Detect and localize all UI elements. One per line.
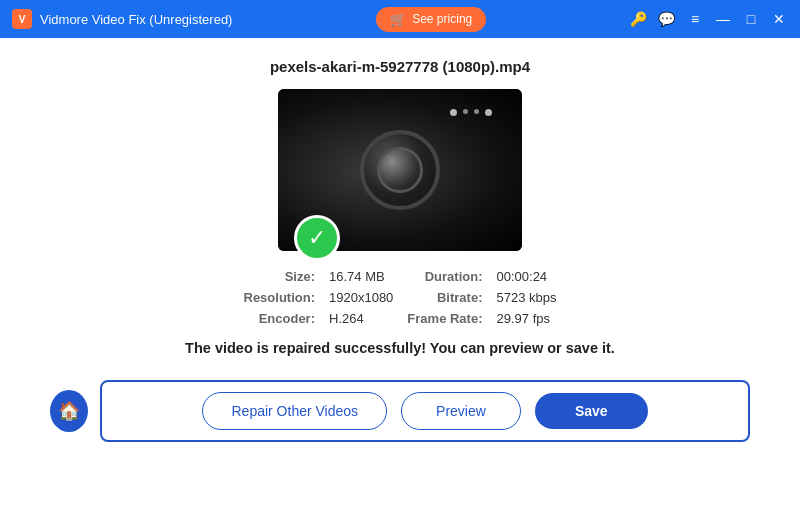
title-bar-left: V Vidmore Video Fix (Unregistered) (12, 9, 232, 29)
metadata-grid: Size: 16.74 MB Duration: 00:00:24 Resolu… (244, 269, 557, 326)
title-bar: V Vidmore Video Fix (Unregistered) 🛒 See… (0, 0, 800, 38)
video-preview-container: ✓ (278, 89, 522, 251)
cart-icon: 🛒 (390, 12, 406, 27)
chat-icon[interactable]: 💬 (658, 11, 676, 27)
resolution-value: 1920x1080 (329, 290, 393, 305)
preview-button[interactable]: Preview (401, 392, 521, 430)
success-badge: ✓ (294, 215, 340, 261)
dot-2 (463, 109, 468, 114)
size-label: Size: (244, 269, 316, 284)
bitrate-value: 5723 kbps (496, 290, 556, 305)
duration-value: 00:00:24 (496, 269, 556, 284)
encoder-label: Encoder: (244, 311, 316, 326)
home-button[interactable]: 🏠 (50, 390, 88, 432)
size-value: 16.74 MB (329, 269, 393, 284)
key-icon[interactable]: 🔑 (630, 11, 648, 27)
check-icon: ✓ (308, 227, 326, 249)
action-bar: Repair Other Videos Preview Save (100, 380, 750, 442)
video-dots (450, 109, 492, 116)
repair-other-button[interactable]: Repair Other Videos (202, 392, 387, 430)
title-bar-controls: 🔑 💬 ≡ — □ ✕ (630, 11, 788, 27)
bottom-row: 🏠 Repair Other Videos Preview Save (20, 372, 780, 442)
video-filename: pexels-akari-m-5927778 (1080p).mp4 (270, 58, 530, 75)
success-message: The video is repaired successfully! You … (185, 340, 615, 356)
pricing-button[interactable]: 🛒 See pricing (376, 7, 486, 32)
lens-outer (360, 130, 440, 210)
minimize-icon[interactable]: — (714, 11, 732, 27)
save-button[interactable]: Save (535, 393, 648, 429)
dot-4 (485, 109, 492, 116)
framerate-label: Frame Rate: (407, 311, 482, 326)
app-title: Vidmore Video Fix (Unregistered) (40, 12, 232, 27)
dot-1 (450, 109, 457, 116)
home-icon: 🏠 (58, 400, 80, 422)
encoder-value: H.264 (329, 311, 393, 326)
main-content: pexels-akari-m-5927778 (1080p).mp4 ✓ Siz… (0, 38, 800, 519)
duration-label: Duration: (407, 269, 482, 284)
dot-3 (474, 109, 479, 114)
lens-inner (377, 147, 423, 193)
bitrate-label: Bitrate: (407, 290, 482, 305)
app-icon: V (12, 9, 32, 29)
action-buttons: Repair Other Videos Preview Save (202, 392, 647, 430)
menu-icon[interactable]: ≡ (686, 11, 704, 27)
maximize-icon[interactable]: □ (742, 11, 760, 27)
close-icon[interactable]: ✕ (770, 11, 788, 27)
framerate-value: 29.97 fps (496, 311, 556, 326)
resolution-label: Resolution: (244, 290, 316, 305)
